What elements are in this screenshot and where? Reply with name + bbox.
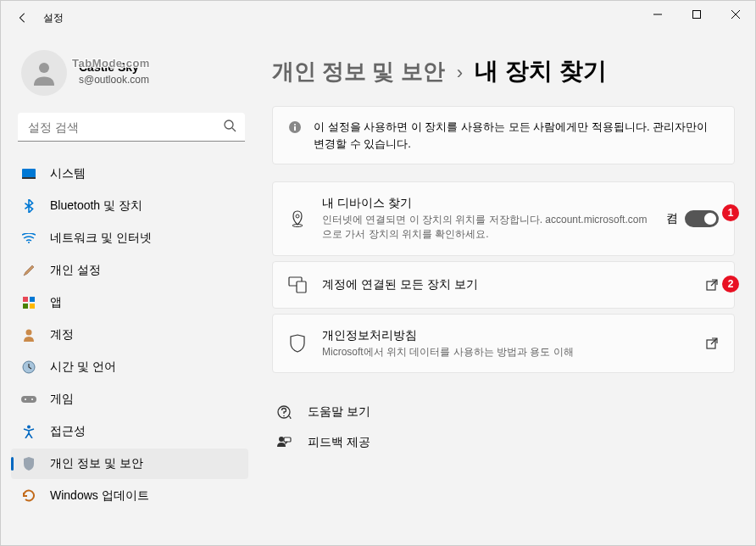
sidebar-item-update[interactable]: Windows 업데이트 [11, 481, 248, 511]
time-icon [21, 359, 36, 375]
sidebar-item-network[interactable]: 네트워크 및 인터넷 [11, 223, 248, 254]
card-right: 켬 [666, 210, 719, 227]
find-device-toggle[interactable] [685, 210, 719, 227]
card-body: 개인정보처리방침 Microsoft에서 위치 데이터를 사용하는 방법과 용도… [322, 328, 690, 359]
get-help-link[interactable]: 도움말 보기 [272, 397, 735, 427]
nav-label: 앱 [50, 295, 62, 310]
sidebar-item-system[interactable]: 시스템 [11, 159, 248, 189]
external-link-icon [705, 278, 719, 292]
user-section[interactable]: TabMode.com Castle Sky s@outlook.com [11, 43, 255, 109]
maximize-icon [692, 10, 701, 19]
sidebar-item-time[interactable]: 시간 및 언어 [11, 352, 248, 382]
svg-rect-8 [22, 177, 36, 179]
sidebar-item-bluetooth[interactable]: Bluetooth 및 장치 [11, 191, 248, 221]
user-name: Castle Sky [79, 60, 245, 74]
network-icon [21, 231, 36, 246]
card-right [705, 337, 719, 350]
toggle-label: 켬 [666, 211, 678, 226]
minimize-button[interactable] [638, 1, 677, 28]
sidebar-item-accessibility[interactable]: 접근성 [11, 416, 248, 447]
svg-rect-1 [693, 11, 701, 19]
svg-point-30 [283, 415, 285, 417]
breadcrumb-current: 내 장치 찾기 [475, 55, 607, 87]
gaming-icon [21, 392, 36, 407]
arrow-left-icon [17, 12, 29, 24]
card-desc: Microsoft에서 위치 데이터를 사용하는 방법과 용도 이해 [322, 345, 690, 359]
nav-label: 계정 [50, 327, 74, 343]
nav-label: 시스템 [50, 166, 86, 181]
update-icon [21, 488, 36, 504]
svg-point-5 [225, 120, 233, 129]
nav-label: 접근성 [50, 424, 86, 439]
nav-label: 개인 정보 및 보안 [50, 456, 143, 471]
svg-rect-16 [21, 396, 36, 403]
annotation-badge-2: 2 [722, 276, 739, 292]
info-text: 이 설정을 사용하면 이 장치를 사용하는 모든 사람에게만 적용됩니다. 관리… [314, 119, 719, 152]
back-button[interactable] [13, 8, 33, 28]
info-banner: 이 설정을 사용하면 이 장치를 사용하는 모든 사람에게만 적용됩니다. 관리… [272, 106, 735, 164]
person-icon [29, 58, 59, 88]
main-content: 개인 정보 및 보안 › 내 장치 찾기 이 설정을 사용하면 이 장치를 사용… [255, 35, 755, 545]
svg-point-4 [39, 63, 49, 73]
feedback-link[interactable]: 피드백 제공 [272, 427, 735, 458]
nav-label: 개인 설정 [50, 263, 101, 278]
svg-point-14 [26, 330, 32, 336]
svg-rect-11 [30, 297, 35, 302]
maximize-button[interactable] [677, 1, 716, 28]
sidebar-item-personalize[interactable]: 개인 설정 [11, 255, 248, 286]
nav-label: 네트워크 및 인터넷 [50, 231, 152, 246]
avatar [21, 50, 67, 96]
nav-label: 게임 [50, 392, 74, 407]
card-title: 내 디바이스 찾기 [322, 196, 651, 211]
privacy-policy-card[interactable]: 개인정보처리방침 Microsoft에서 위치 데이터를 사용하는 방법과 용도… [272, 314, 735, 374]
find-device-card[interactable]: 내 디바이스 찾기 인터넷에 연결되면 이 장치의 위치를 저장합니다. acc… [272, 181, 735, 256]
annotation-badge-1: 1 [722, 204, 739, 221]
personalize-icon [21, 263, 36, 278]
sidebar-item-account[interactable]: 계정 [11, 320, 248, 350]
toggle-knob [704, 213, 716, 225]
svg-point-21 [294, 124, 296, 125]
svg-rect-26 [297, 281, 306, 292]
shield-icon [288, 334, 307, 353]
card-title: 개인정보처리방침 [322, 328, 690, 343]
apps-icon [21, 295, 36, 310]
window-title: 설정 [43, 11, 64, 25]
sidebar-item-gaming[interactable]: 게임 [11, 384, 248, 415]
sidebar: TabMode.com Castle Sky s@outlook.com 시스템… [1, 35, 255, 545]
sidebar-item-apps[interactable]: 앱 [11, 287, 248, 318]
bluetooth-icon [21, 198, 36, 214]
close-icon [731, 10, 740, 19]
svg-point-17 [25, 398, 26, 400]
svg-rect-7 [22, 169, 36, 178]
search-box [18, 113, 245, 142]
svg-rect-10 [23, 297, 28, 302]
privacy-icon [21, 456, 36, 471]
close-button[interactable] [716, 1, 755, 28]
breadcrumb-parent[interactable]: 개인 정보 및 보안 [272, 57, 445, 86]
location-icon [288, 209, 307, 228]
help-label: 도움말 보기 [308, 404, 370, 420]
nav-label: Windows 업데이트 [50, 488, 149, 504]
all-devices-card[interactable]: 계정에 연결된 모든 장치 보기 2 [272, 261, 735, 309]
sidebar-item-privacy[interactable]: 개인 정보 및 보안 [11, 448, 248, 479]
titlebar: 설정 [1, 1, 755, 35]
svg-line-6 [232, 128, 236, 131]
search-icon [223, 119, 236, 136]
search-input[interactable] [18, 113, 245, 142]
svg-rect-13 [30, 304, 35, 309]
help-icon [275, 404, 292, 421]
nav-label: 시간 및 언어 [50, 359, 116, 375]
svg-point-31 [279, 437, 284, 442]
help-label: 피드백 제공 [308, 435, 370, 450]
devices-icon [288, 276, 307, 294]
help-section: 도움말 보기 피드백 제공 [272, 397, 735, 458]
external-link-icon [705, 337, 719, 350]
card-title: 계정에 연결된 모든 장치 보기 [322, 277, 690, 292]
minimize-icon [653, 10, 662, 19]
card-desc: 인터넷에 연결되면 이 장치의 위치를 저장합니다. account.micro… [322, 213, 651, 242]
svg-point-18 [31, 398, 33, 400]
nav-list: 시스템 Bluetooth 및 장치 네트워크 및 인터넷 개인 설정 앱 계정 [11, 159, 255, 511]
breadcrumb-separator: › [457, 62, 463, 84]
svg-point-23 [296, 214, 299, 218]
window-controls [638, 1, 755, 28]
